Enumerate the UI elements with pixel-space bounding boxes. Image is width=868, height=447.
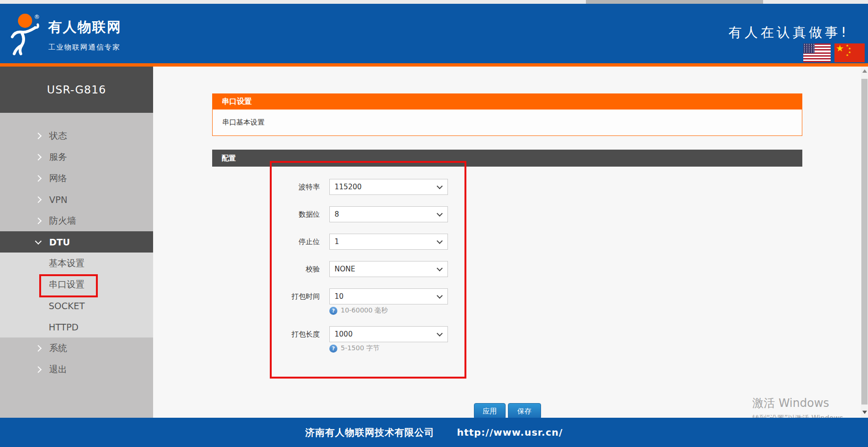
sidebar-item-label: 串口设置 [49,278,85,291]
sidebar-item-logout[interactable]: 退出 [0,359,153,380]
packing-time-select-wrap: 10 [329,288,448,304]
sidebar-item-firewall[interactable]: 防火墙 [0,210,153,231]
browser-edge-segment [586,0,763,4]
accent-divider [0,63,868,67]
packing-length-select[interactable]: 1000 [329,326,448,342]
data-bits-select[interactable]: 8 [329,206,448,222]
cn-flag-icon[interactable]: ★ ★ ★ ★ ★ [834,43,865,62]
footer-company: 济南有人物联网技术有限公司 [305,426,434,439]
registered-mark: ® [34,14,40,20]
scrollbar-thumb[interactable] [861,79,868,405]
hint-text: 10-60000 毫秒 [341,306,388,315]
vertical-scrollbar[interactable] [861,67,868,418]
browser-edge-strip [0,0,868,4]
baud-rate-select-wrap: 115200 [329,179,448,195]
sidebar-item-network[interactable]: 网络 [0,168,153,189]
sidebar-spacer [0,113,153,125]
save-button[interactable]: 保存 [508,403,541,419]
parity-select-wrap: NONE [329,261,448,277]
apply-button[interactable]: 应用 [474,403,506,419]
cn-flag-small-star: ★ [846,53,849,57]
sidebar-item-label: VPN [49,194,68,205]
watermark-line1: 激活 Windows [752,396,850,411]
sidebar: USR-G816 状态 服务 网络 VPN 防火墙 DTU 基本设置 [0,67,153,418]
parity-select[interactable]: NONE [329,261,448,277]
packing-length-label: 打包长度 [212,326,320,342]
stop-bits-select[interactable]: 1 [329,234,448,250]
footer-url[interactable]: http://www.usr.cn/ [457,427,563,438]
packing-time-select[interactable]: 10 [329,288,448,304]
parity-label: 校验 [212,261,320,277]
sidebar-item-dtu[interactable]: DTU [0,231,153,253]
baud-rate-select[interactable]: 115200 [329,179,448,195]
brand-block: 有人物联网 工业物联网通信专家 [48,18,121,52]
sidebar-item-status[interactable]: 状态 [0,125,153,146]
chevron-right-icon [35,196,42,202]
chevron-right-icon [35,366,42,372]
chevron-right-icon [35,153,42,160]
scrollbar-down-arrow-icon[interactable] [862,411,867,414]
help-icon[interactable]: ? [329,345,337,353]
scrollbar-up-arrow-icon[interactable] [862,69,867,73]
us-flag-icon[interactable] [803,43,831,62]
baud-rate-label: 波特率 [212,179,320,195]
sidebar-item-label: SOCKET [49,301,85,311]
packing-time-hint: ? 10-60000 毫秒 [329,306,388,315]
packing-length-hint: ? 5-1500 字节 [329,344,379,353]
chevron-down-icon [35,237,42,244]
sidebar-item-label: 网络 [49,172,67,185]
page-title: 串口设置 [212,93,802,110]
sidebar-item-system[interactable]: 系统 [0,337,153,359]
sidebar-item-label: 状态 [49,130,67,142]
chevron-right-icon [35,175,42,181]
cn-flag-star-icon: ★ [836,43,844,53]
sidebar-item-label: DTU [49,237,70,247]
chevron-right-icon [35,132,42,139]
sidebar-item-label: 防火墙 [49,215,76,227]
sidebar-item-vpn[interactable]: VPN [0,189,153,210]
stop-bits-select-wrap: 1 [329,234,448,250]
sidebar-filler [0,380,153,418]
packing-length-select-wrap: 1000 [329,326,448,342]
data-bits-select-wrap: 8 [329,206,448,222]
dtu-submenu: 基本设置 串口设置 SOCKET HTTPD [0,253,153,337]
device-model-title: USR-G816 [0,67,153,113]
sidebar-item-label: 系统 [49,342,67,354]
header-slogan: 有人在认真做事! [729,24,849,42]
usr-logo-icon: ® [8,12,46,58]
section-title-config: 配置 [212,150,802,167]
sidebar-item-services[interactable]: 服务 [0,146,153,168]
sidebar-item-httpd[interactable]: HTTPD [0,316,153,337]
sidebar-item-basic-settings[interactable]: 基本设置 [0,253,153,274]
stop-bits-label: 停止位 [212,234,320,250]
data-bits-label: 数据位 [212,206,320,222]
sidebar-item-label: 服务 [49,151,67,163]
brand-name: 有人物联网 [48,18,121,37]
sidebar-item-label: HTTPD [49,322,78,332]
brand-tagline: 工业物联网通信专家 [48,43,121,52]
page: ® 有人物联网 工业物联网通信专家 有人在认真做事! ★ ★ ★ ★ ★ USR… [0,0,868,447]
hint-text: 5-1500 字节 [341,344,379,353]
cn-flag-small-star: ★ [848,47,851,51]
top-header: ® 有人物联网 工业物联网通信专家 有人在认真做事! ★ ★ ★ ★ ★ [0,4,868,63]
page-subtitle: 串口基本设置 [212,110,802,136]
help-icon[interactable]: ? [329,307,337,315]
chevron-right-icon [35,345,42,351]
packing-time-label: 打包时间 [212,288,320,304]
sidebar-item-serial-settings[interactable]: 串口设置 [0,274,153,295]
sidebar-item-socket[interactable]: SOCKET [0,295,153,316]
footer: 济南有人物联网技术有限公司 http://www.usr.cn/ [0,418,868,447]
chevron-right-icon [35,217,42,224]
sidebar-item-label: 退出 [49,363,67,376]
sidebar-item-label: 基本设置 [49,257,85,270]
us-flag-canton [803,43,815,53]
